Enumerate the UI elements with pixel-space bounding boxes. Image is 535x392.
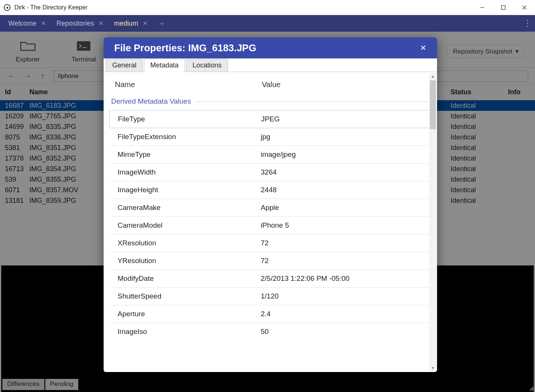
close-icon[interactable]: ✕ bbox=[41, 20, 46, 27]
close-icon[interactable]: ✕ bbox=[99, 20, 104, 27]
cell-status: Identical bbox=[448, 165, 494, 173]
svg-rect-1 bbox=[501, 6, 505, 9]
metadata-value: 72 bbox=[261, 239, 269, 247]
metadata-row[interactable]: ImageWidth3264 bbox=[109, 163, 431, 181]
metadata-value: Apple bbox=[261, 204, 279, 212]
add-tab-button[interactable]: ＋ bbox=[153, 15, 171, 32]
metadata-key: ImageHeight bbox=[118, 186, 261, 194]
scroll-up-icon[interactable]: ▲ bbox=[429, 73, 437, 80]
tab-differences[interactable]: Differences bbox=[2, 379, 44, 390]
explorer-label: Explorer bbox=[16, 56, 40, 63]
metadata-key: ImageWidth bbox=[118, 168, 261, 176]
dialog-scrollbar[interactable]: ▲ ▼ bbox=[429, 73, 437, 371]
snapshot-label: Repository Snapshot bbox=[453, 48, 512, 55]
metadata-row[interactable]: FileTypeJPEG bbox=[110, 110, 431, 128]
metadata-value: JPEG bbox=[261, 115, 280, 123]
metadata-row[interactable]: ImageIso50 bbox=[109, 323, 431, 340]
metadata-row[interactable]: ShutterSpeed1/120 bbox=[109, 287, 431, 305]
metadata-value: 2.4 bbox=[261, 310, 271, 318]
dialog-close-button[interactable]: ✕ bbox=[420, 43, 426, 52]
cell-status: Identical bbox=[448, 176, 494, 184]
dialog-tab-locations[interactable]: Locations bbox=[186, 59, 228, 72]
scroll-thumb[interactable] bbox=[430, 80, 436, 129]
metadata-row[interactable]: CameraModeliPhone 5 bbox=[109, 216, 431, 234]
tab-label: Repositories bbox=[57, 20, 94, 28]
terminal-button[interactable]: Terminal bbox=[72, 40, 96, 63]
metadata-key: ModifyDate bbox=[118, 274, 261, 283]
metadata-key: FileTypeExtension bbox=[118, 133, 261, 141]
divider bbox=[196, 101, 430, 102]
metadata-value: iPhone 5 bbox=[261, 221, 289, 230]
metadata-row[interactable]: XResolution72 bbox=[109, 234, 431, 252]
cell-status: Identical bbox=[448, 112, 494, 120]
metadata-value: jpg bbox=[261, 133, 270, 141]
metadata-value: 2/5/2013 1:22:06 PM -05:00 bbox=[261, 274, 350, 283]
minimize-button[interactable] bbox=[472, 0, 493, 15]
cell-id: 8075 bbox=[0, 133, 29, 141]
metadata-value: 2448 bbox=[261, 186, 277, 194]
metadata-col-value: Value bbox=[262, 80, 281, 89]
tab-pending[interactable]: Pending bbox=[45, 379, 78, 390]
metadata-row[interactable]: ImageHeight2448 bbox=[109, 181, 431, 199]
folder-icon bbox=[20, 40, 36, 52]
maximize-button[interactable] bbox=[493, 0, 514, 15]
nav-forward-button[interactable]: → bbox=[24, 72, 32, 80]
cell-status: Identical bbox=[448, 186, 494, 194]
metadata-row[interactable]: MimeTypeimage/jpeg bbox=[109, 145, 431, 163]
metadata-key: XResolution bbox=[118, 239, 261, 247]
metadata-row-focused[interactable]: FileTypeJPEG bbox=[109, 110, 431, 128]
nav-up-button[interactable]: ↑ bbox=[41, 72, 44, 80]
metadata-value: 50 bbox=[261, 328, 269, 336]
metadata-key: CameraModel bbox=[118, 221, 261, 230]
metadata-row[interactable]: ModifyDate2/5/2013 1:22:06 PM -05:00 bbox=[109, 270, 431, 287]
document-tabs: Welcome ✕ Repositories ✕ medium ✕ ＋ bbox=[0, 15, 535, 32]
cell-status: Identical bbox=[448, 102, 494, 110]
metadata-row[interactable]: YResolution72 bbox=[109, 252, 431, 270]
cell-status: Identical bbox=[448, 144, 494, 152]
resize-grip[interactable] bbox=[527, 384, 534, 391]
snapshot-dropdown[interactable]: Repository Snapshot ▾ bbox=[447, 45, 524, 58]
tab-overflow-menu[interactable] bbox=[520, 15, 535, 32]
nav-back-button[interactable]: ← bbox=[8, 72, 15, 80]
column-info[interactable]: Info bbox=[494, 88, 535, 96]
terminal-icon bbox=[76, 40, 92, 52]
metadata-key: YResolution bbox=[118, 257, 261, 265]
cell-status: Identical bbox=[448, 123, 494, 131]
terminal-label: Terminal bbox=[72, 56, 96, 63]
window-title: Dirk - The Directory Keeper bbox=[14, 4, 472, 11]
scroll-down-icon[interactable]: ▼ bbox=[429, 364, 437, 371]
cell-status: Identical bbox=[448, 155, 494, 162]
metadata-key: ShutterSpeed bbox=[118, 292, 261, 300]
close-icon[interactable]: ✕ bbox=[143, 20, 148, 27]
column-id[interactable]: Id bbox=[0, 88, 29, 96]
metadata-key: MimeType bbox=[118, 150, 261, 159]
close-button[interactable] bbox=[514, 0, 535, 15]
cell-id: 16209 bbox=[0, 112, 29, 120]
metadata-row[interactable]: FileTypeExtensionjpg bbox=[109, 128, 431, 145]
metadata-value: image/jpeg bbox=[261, 150, 296, 159]
tab-welcome[interactable]: Welcome ✕ bbox=[3, 15, 51, 32]
metadata-value: 1/120 bbox=[261, 292, 279, 300]
chevron-down-icon: ▾ bbox=[515, 47, 519, 55]
dialog-tab-general[interactable]: General bbox=[106, 59, 143, 72]
app-icon bbox=[4, 4, 11, 11]
metadata-key: CameraMake bbox=[118, 204, 261, 212]
tab-label: medium bbox=[114, 20, 138, 28]
cell-id: 5381 bbox=[0, 144, 29, 152]
metadata-key: Aperture bbox=[118, 310, 261, 318]
tab-medium[interactable]: medium ✕ bbox=[109, 15, 153, 32]
file-properties-dialog: File Properties: IMG_6183.JPG ✕ General … bbox=[104, 37, 437, 372]
explorer-button[interactable]: Explorer bbox=[16, 40, 40, 63]
cell-id: 539 bbox=[0, 176, 29, 184]
metadata-key: ImageIso bbox=[118, 328, 261, 336]
metadata-section-title: Derived Metadata Values bbox=[111, 97, 191, 106]
column-status[interactable]: Status bbox=[448, 88, 494, 96]
tab-repositories[interactable]: Repositories ✕ bbox=[51, 15, 109, 32]
metadata-row[interactable]: Aperture2.4 bbox=[109, 305, 431, 323]
cell-status: Identical bbox=[448, 133, 494, 141]
metadata-col-name: Name bbox=[115, 80, 262, 89]
metadata-value: 72 bbox=[261, 257, 269, 265]
cell-id: 6071 bbox=[0, 186, 29, 194]
dialog-tab-metadata[interactable]: Metadata bbox=[144, 59, 185, 72]
metadata-row[interactable]: CameraMakeApple bbox=[109, 199, 431, 216]
